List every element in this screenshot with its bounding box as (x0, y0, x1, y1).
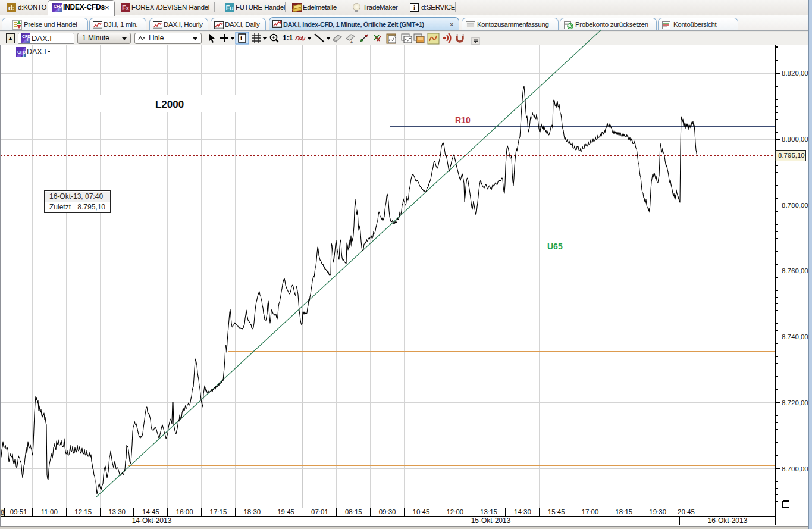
svg-text:16:00: 16:00 (176, 508, 193, 515)
svg-text:14-Okt-2013: 14-Okt-2013 (132, 517, 172, 525)
svg-text:8: 8 (1, 509, 4, 516)
svg-text:8.800,00: 8.800,00 (782, 136, 808, 143)
svg-text:CFD: CFD (17, 50, 26, 54)
svg-text:17:15: 17:15 (210, 508, 227, 515)
svg-text:18:15: 18:15 (615, 508, 632, 515)
svg-text:13:15: 13:15 (480, 508, 497, 515)
svg-text:16-Okt-13, 07:40: 16-Okt-13, 07:40 (49, 192, 103, 201)
svg-text:09:51: 09:51 (10, 508, 27, 515)
svg-text:8.795,10: 8.795,10 (778, 152, 805, 159)
svg-text:12:15: 12:15 (74, 508, 92, 515)
svg-text:09:30: 09:30 (379, 508, 396, 515)
svg-text:8.820,00: 8.820,00 (782, 70, 808, 77)
svg-text:07:01: 07:01 (311, 508, 328, 515)
svg-text:8.780,00: 8.780,00 (782, 202, 808, 209)
svg-text:U65: U65 (547, 242, 563, 251)
svg-text:Zuletzt: Zuletzt (49, 203, 71, 211)
svg-text:08:15: 08:15 (345, 508, 362, 515)
svg-text:8.720,00: 8.720,00 (782, 399, 808, 406)
svg-text:8.740,00: 8.740,00 (782, 333, 808, 340)
svg-text:11:00: 11:00 (41, 508, 58, 515)
svg-text:12:00: 12:00 (446, 508, 463, 515)
svg-text:15-Okt-2013: 15-Okt-2013 (471, 517, 511, 525)
svg-text:DAX.I: DAX.I (27, 48, 46, 56)
svg-text:R10: R10 (455, 115, 471, 125)
svg-text:8.795,10: 8.795,10 (77, 203, 105, 211)
svg-text:16-Okt-2013: 16-Okt-2013 (708, 517, 748, 525)
svg-text:8.760,00: 8.760,00 (782, 267, 808, 274)
svg-text:8.700,00: 8.700,00 (782, 465, 808, 472)
svg-text:19:30: 19:30 (649, 508, 666, 515)
svg-text:10:45: 10:45 (413, 508, 430, 515)
svg-text:13:30: 13:30 (108, 508, 126, 515)
svg-text:19:45: 19:45 (277, 508, 294, 515)
svg-text:15:45: 15:45 (548, 508, 565, 515)
svg-text:i: i (23, 52, 25, 58)
svg-text:L2000: L2000 (155, 99, 184, 110)
svg-text:14:45: 14:45 (142, 508, 159, 515)
svg-text:14:30: 14:30 (514, 508, 531, 515)
svg-text:18:30: 18:30 (243, 508, 261, 515)
svg-text:20:45: 20:45 (678, 508, 695, 515)
svg-text:17:00: 17:00 (582, 508, 599, 515)
